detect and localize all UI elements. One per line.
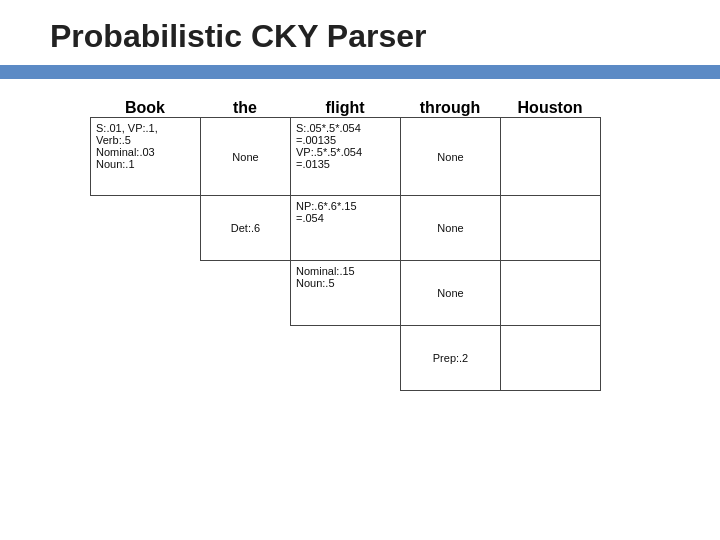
cell-r3-empty1	[91, 261, 201, 326]
cell-r4-empty1	[91, 326, 201, 391]
header-the: the	[200, 99, 290, 117]
page-title: Probabilistic CKY Parser	[0, 0, 720, 65]
header-houston: Houston	[500, 99, 600, 117]
cky-table: S:.01, VP:.1, Verb:.5 Nominal:.03 Noun:.…	[90, 117, 670, 391]
header-flight: flight	[290, 99, 400, 117]
cell-r2c3: NP:.6*.6*.15 =.054	[291, 196, 401, 261]
header-book: Book	[90, 99, 200, 117]
cell-r3c5	[501, 261, 601, 326]
cell-r3c4: None	[401, 261, 501, 326]
cell-r4-empty3	[291, 326, 401, 391]
cell-r4c4: Prep:.2	[401, 326, 501, 391]
cell-r1c1: S:.01, VP:.1, Verb:.5 Nominal:.03 Noun:.…	[91, 118, 201, 196]
table-row: S:.01, VP:.1, Verb:.5 Nominal:.03 Noun:.…	[91, 118, 601, 196]
cell-r4c5	[501, 326, 601, 391]
cell-r1c2: None	[201, 118, 291, 196]
table-row: Prep:.2	[91, 326, 601, 391]
cell-r3-empty2	[201, 261, 291, 326]
parse-table: S:.01, VP:.1, Verb:.5 Nominal:.03 Noun:.…	[90, 117, 601, 391]
header-through: through	[400, 99, 500, 117]
accent-bar	[0, 65, 720, 79]
cell-r3c3: Nominal:.15 Noun:.5	[291, 261, 401, 326]
table-row: Det:.6 NP:.6*.6*.15 =.054 None	[91, 196, 601, 261]
cell-r2c4: None	[401, 196, 501, 261]
cell-r1c5	[501, 118, 601, 196]
cell-r1c4: None	[401, 118, 501, 196]
cell-r2-empty	[91, 196, 201, 261]
cell-r2c5	[501, 196, 601, 261]
table-row: Nominal:.15 Noun:.5 None	[91, 261, 601, 326]
column-headers: Book the flight through Houston	[90, 99, 670, 117]
cell-r1c3: S:.05*.5*.054 =.00135 VP:.5*.5*.054 =.01…	[291, 118, 401, 196]
cell-r4-empty2	[201, 326, 291, 391]
cell-r2c2: Det:.6	[201, 196, 291, 261]
